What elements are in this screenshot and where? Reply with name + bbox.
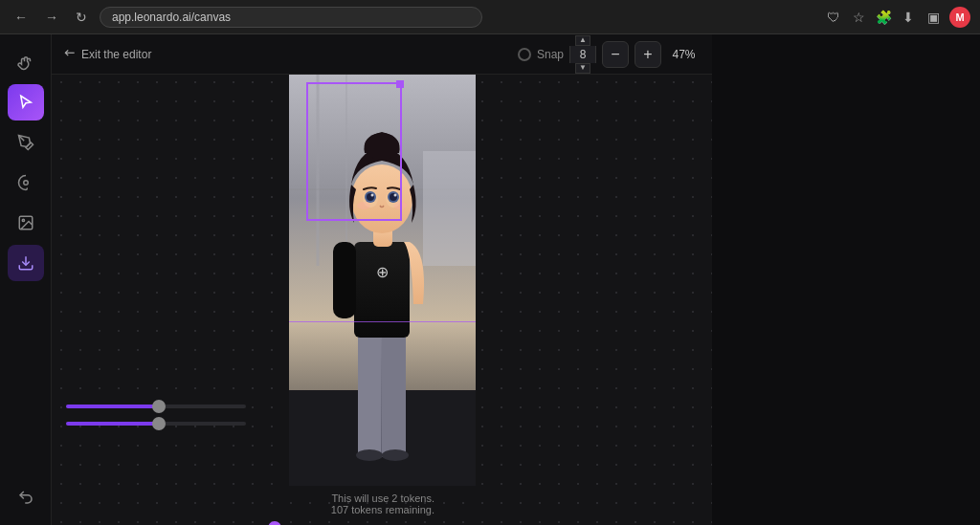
zoom-level-display: 47% (667, 48, 701, 61)
svg-point-18 (351, 164, 412, 233)
snap-value-input[interactable]: 8 (569, 46, 596, 63)
reload-button[interactable]: ↻ (71, 8, 92, 27)
svg-point-27 (393, 193, 396, 196)
svg-rect-8 (423, 151, 476, 266)
undo-button[interactable] (8, 479, 44, 515)
snap-indicator (518, 48, 531, 61)
hand-tool-button[interactable] (8, 44, 44, 80)
download-tool-button[interactable] (8, 245, 44, 281)
browser-chrome: ← → ↻ app.leonardo.ai/canvas 🛡 ☆ 🧩 ⬇ ▣ M (0, 0, 980, 34)
svg-point-14 (382, 449, 409, 461)
paint-tool-button[interactable] (8, 164, 44, 201)
width-slider-thumb[interactable] (152, 400, 166, 413)
app-container: Exit the editor Snap ▲ 8 ▼ − + 47% (0, 34, 980, 525)
height-slider-thumb[interactable] (152, 417, 166, 430)
svg-rect-16 (333, 242, 356, 318)
svg-point-28 (357, 202, 370, 209)
select-tool-button[interactable] (8, 84, 44, 120)
svg-point-13 (356, 449, 383, 461)
toolbar-tools-group (0, 44, 51, 281)
zoom-out-button[interactable]: − (602, 41, 629, 68)
snap-input-group: ▲ 8 ▼ (569, 35, 596, 74)
window-icon[interactable]: ▣ (924, 9, 942, 26)
forward-button[interactable]: → (40, 8, 63, 27)
width-slider-track[interactable] (66, 405, 246, 408)
width-slider-fill (66, 405, 156, 408)
snap-control: Snap ▲ 8 ▼ (518, 35, 596, 74)
exit-editor-button[interactable]: Exit the editor (63, 48, 151, 61)
zoom-in-button[interactable]: + (635, 41, 661, 68)
canvas-image-container: ⊕ (289, 75, 476, 486)
back-button[interactable]: ← (10, 8, 33, 27)
guide-line-horizontal (289, 321, 476, 322)
header-right-controls: Snap ▲ 8 ▼ − + 47% (518, 35, 701, 74)
url-bar[interactable]: app.leonardo.ai/canvas (100, 7, 482, 28)
snap-increment-button[interactable]: ▲ (575, 35, 590, 46)
token-usage-line2: 107 tokens remaining. (331, 504, 434, 515)
canvas-illustration (289, 75, 476, 486)
height-slider-track[interactable] (66, 422, 246, 426)
snap-label: Snap (537, 48, 564, 61)
canvas-image: ⊕ (289, 75, 476, 486)
canvas-area[interactable]: ⊕ This will use 2 tokens. 107 tokens rem… (52, 34, 712, 525)
exit-editor-label: Exit the editor (81, 48, 151, 61)
browser-icons-group: 🛡 ☆ 🧩 ⬇ ▣ M (825, 7, 970, 28)
left-toolbar (0, 34, 52, 525)
token-usage-line1: This will use 2 tokens. (331, 492, 434, 504)
image-tool-button[interactable] (8, 205, 44, 241)
svg-point-29 (393, 202, 407, 209)
extensions-icon[interactable]: 🧩 (875, 9, 892, 26)
star-icon[interactable]: ☆ (850, 9, 867, 26)
height-slider-fill (66, 422, 156, 426)
svg-point-2 (22, 219, 24, 221)
svg-point-0 (23, 181, 28, 186)
download-icon[interactable]: ⬇ (900, 9, 917, 26)
header-bar: Exit the editor Snap ▲ 8 ▼ − + 47% (52, 34, 712, 75)
token-info-display: This will use 2 tokens. 107 tokens remai… (331, 492, 434, 515)
snap-decrement-button[interactable]: ▼ (575, 63, 590, 74)
profile-avatar[interactable]: M (949, 7, 970, 28)
svg-rect-15 (354, 242, 410, 338)
shield-icon: 🛡 (825, 9, 842, 26)
svg-point-26 (370, 193, 373, 196)
pen-tool-button[interactable] (8, 124, 44, 161)
svg-rect-11 (358, 333, 381, 457)
svg-rect-12 (382, 333, 406, 457)
